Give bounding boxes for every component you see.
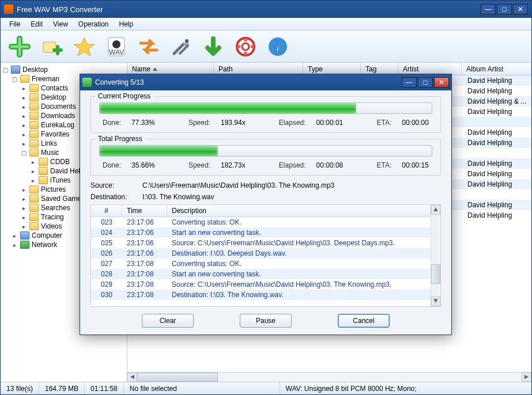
dialog-minimize-button[interactable]: — <box>402 77 417 88</box>
log-header[interactable]: # Time Description <box>91 205 431 217</box>
dialog-close-button[interactable]: ✕ <box>434 77 449 88</box>
log-row[interactable]: 02923:17:08Source: C:\Users\Freeman\Musi… <box>91 279 431 290</box>
log-row[interactable]: 02723:17:08Converting status: OK. <box>91 259 431 269</box>
total-progress-bar <box>99 145 432 157</box>
log-col-time[interactable]: Time <box>122 205 167 217</box>
log-col-desc[interactable]: Description <box>167 205 431 217</box>
current-eta: 00:00:00 <box>402 119 429 127</box>
log-row[interactable]: 02423:17:06Start an new converting task. <box>91 227 431 238</box>
dialog-app-icon <box>82 78 92 87</box>
dialog-titlebar[interactable]: Converting 5/13 — □ ✕ <box>80 74 451 90</box>
log-row[interactable]: 02623:17:06Destination: I:\03. Deepest D… <box>91 248 431 259</box>
clear-button[interactable]: Clear <box>142 314 194 328</box>
current-progress-bar <box>99 102 432 114</box>
destination-path: I:\03. The Knowing.wav <box>142 193 214 201</box>
log-list: # Time Description 02323:17:06Converting… <box>90 204 441 307</box>
converting-dialog: Converting 5/13 — □ ✕ Current Progress D… <box>80 74 452 335</box>
dialog-overlay: Converting 5/13 — □ ✕ Current Progress D… <box>0 0 532 395</box>
total-elapsed: 00:00:08 <box>316 161 344 169</box>
dialog-title: Converting 5/13 <box>95 78 402 86</box>
log-row[interactable]: 02823:17:08Start an new converting task. <box>91 269 431 279</box>
dialog-maximize-button[interactable]: □ <box>418 77 433 88</box>
source-path: C:\Users\Freeman\Music\David Helpling\03… <box>142 181 334 189</box>
total-speed: 182.73x <box>221 161 246 169</box>
current-elapsed: 00:00:01 <box>316 119 344 127</box>
current-done: 77.33% <box>131 119 155 127</box>
scroll-up-icon[interactable]: ▲ <box>431 205 440 215</box>
total-progress-label: Total Progress <box>96 135 145 143</box>
scroll-down-icon[interactable]: ▼ <box>431 297 440 306</box>
current-progress-label: Current Progress <box>96 92 153 100</box>
log-col-num[interactable]: # <box>91 205 122 217</box>
current-progress-group: Current Progress Done:77.33% Speed:193.9… <box>90 96 441 133</box>
log-row[interactable]: 02523:17:06Source: C:\Users\Freeman\Musi… <box>91 238 431 248</box>
total-done: 35.66% <box>131 161 155 169</box>
total-eta: 00:00:15 <box>402 161 429 169</box>
cancel-button[interactable]: Cancel <box>338 314 390 328</box>
log-row[interactable]: 03023:17:08Destination: I:\03. The Knowi… <box>91 290 431 300</box>
log-scroll-thumb[interactable] <box>431 264 440 284</box>
log-row[interactable]: 02323:17:06Converting status: OK. <box>91 217 431 227</box>
current-speed: 193.94x <box>221 119 246 127</box>
pause-button[interactable]: Pause <box>240 314 292 328</box>
total-progress-group: Total Progress Done:35.66% Speed:182.73x… <box>90 139 441 176</box>
log-vertical-scrollbar[interactable]: ▲ ▼ <box>431 205 440 306</box>
